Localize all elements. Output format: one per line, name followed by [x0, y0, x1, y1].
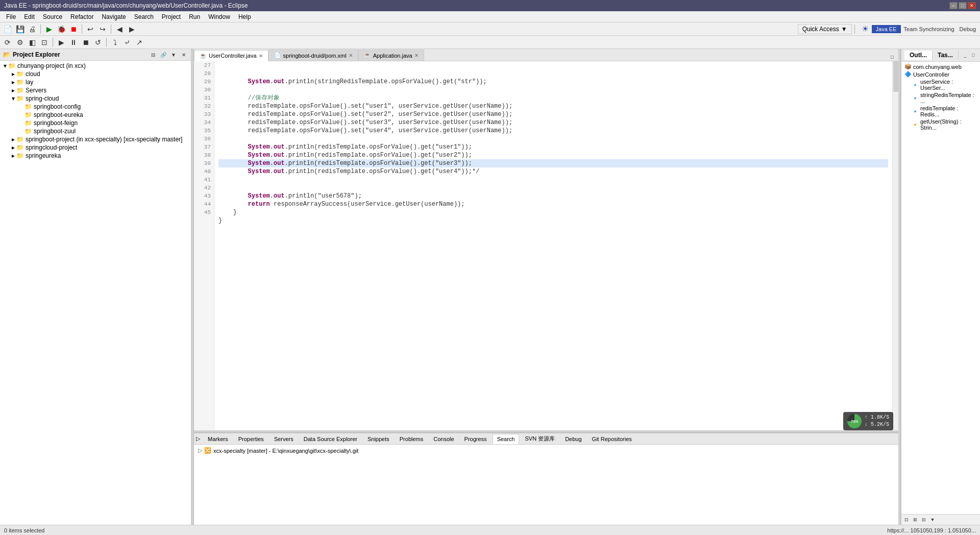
bottom-tab-markers[interactable]: Markers [203, 434, 233, 444]
tab-close-pom[interactable]: ✕ [349, 53, 353, 58]
team-sync-button[interactable]: Team Synchronizing [902, 23, 957, 35]
tab-application[interactable]: ☕ Application.java ✕ [358, 50, 424, 61]
search-result-item[interactable]: ▷🔀xcx-specialty [master] - E:\qinxuegang… [198, 447, 894, 454]
code-line[interactable] [218, 184, 888, 192]
tree-expand-icon[interactable]: ▾ [10, 95, 16, 102]
link-editor-button[interactable]: 🔗 [159, 51, 167, 59]
outline-item[interactable]: 📦com.chunyang.web [901, 63, 980, 70]
maximize-button[interactable]: □ [959, 2, 967, 9]
code-line[interactable]: redisTemplate.opsForValue().set("user3",… [218, 118, 888, 127]
code-line[interactable]: redisTemplate.opsForValue().set("user4",… [218, 127, 888, 135]
tree-item[interactable]: 📁springboot-config [0, 103, 191, 111]
code-line[interactable] [218, 86, 888, 94]
code-line[interactable]: } [218, 208, 888, 216]
java-ee-button[interactable]: Java EE [872, 25, 901, 33]
tree-item[interactable]: ▸📁springcloud-project [0, 143, 191, 152]
tb2-btn5[interactable]: ▶ [56, 37, 67, 48]
tree-expand-icon[interactable]: ▸ [10, 144, 16, 151]
tb2-btn3[interactable]: ◧ [27, 37, 38, 48]
menu-project[interactable]: Project [158, 12, 185, 21]
menu-file[interactable]: File [2, 12, 20, 21]
code-editor[interactable]: 27282930313233343536373839404142434445 S… [194, 61, 892, 430]
menu-search[interactable]: Search [130, 12, 158, 21]
menu-refactor[interactable]: Refactor [66, 12, 97, 21]
panel-close-button[interactable]: ✕ [180, 51, 188, 59]
bottom-tab-debug[interactable]: Debug [560, 434, 586, 444]
tree-item[interactable]: ▸📁lay [0, 78, 191, 86]
menu-edit[interactable]: Edit [20, 12, 39, 21]
tb2-btn7[interactable]: ⏹ [80, 37, 91, 48]
outline-item[interactable]: 🔸getUser(String) : Strin... [901, 118, 980, 131]
menu-run[interactable]: Run [185, 12, 204, 21]
outline-tb2[interactable]: ⊞ [911, 516, 919, 524]
right-tab-tasks[interactable]: Tas... [933, 51, 959, 60]
debug-perspective-button[interactable]: Debug [958, 23, 978, 35]
code-line[interactable]: } [218, 216, 888, 225]
run-button[interactable]: ▶ [43, 23, 55, 35]
tree-expand-icon[interactable]: ▸ [10, 152, 16, 159]
tb2-btn10[interactable]: ⤶ [121, 37, 133, 48]
bottom-tab-data-source-explorer[interactable]: Data Source Explorer [299, 434, 362, 444]
debug-button[interactable]: 🐞 [56, 23, 67, 35]
redo-button[interactable]: ↪ [97, 23, 108, 35]
bottom-tab-console[interactable]: Console [429, 434, 458, 444]
collapse-all-button[interactable]: ⊟ [149, 51, 157, 59]
tb2-btn8[interactable]: ↺ [92, 37, 104, 48]
tab-usercontroller[interactable]: ☕ UserController.java ✕ [194, 50, 268, 61]
outline-item[interactable]: 🔹userService : UserSer... [901, 78, 980, 91]
bottom-tab-git-repositories[interactable]: Git Repositories [587, 434, 636, 444]
outline-item[interactable]: 🔷UserController [901, 70, 980, 78]
scrollbar-thumb[interactable] [893, 61, 898, 92]
menu-help[interactable]: Help [234, 12, 255, 21]
tree-expand-icon[interactable]: ▸ [10, 79, 16, 86]
undo-button[interactable]: ↩ [85, 23, 96, 35]
search-result-expand[interactable]: ▷ [198, 447, 202, 454]
bottom-tab-servers[interactable]: Servers [270, 434, 298, 444]
perspective-icon[interactable]: ☀ [860, 23, 871, 35]
back-button[interactable]: ◀ [114, 23, 125, 35]
tree-item[interactable]: ▸📁springboot-project (in xcx-specialty) … [0, 135, 191, 143]
stop-button[interactable]: ⏹ [68, 23, 79, 35]
menu-window[interactable]: Window [204, 12, 234, 21]
right-panel-maximize[interactable]: □ [970, 52, 977, 59]
close-button[interactable]: ✕ [968, 2, 976, 9]
tb2-btn2[interactable]: ⚙ [14, 37, 26, 48]
code-line[interactable]: System.out.println(redisTemplate.opsForV… [218, 167, 888, 176]
outline-tb4[interactable]: ▼ [928, 516, 937, 524]
right-tab-outline[interactable]: Outl... [904, 51, 933, 60]
tb2-btn11[interactable]: ↗ [134, 37, 145, 48]
tree-item[interactable]: ▸📁springeureka [0, 152, 191, 160]
code-line[interactable]: //保存对象 [218, 94, 888, 102]
tree-item[interactable]: 📁springboot-eureka [0, 111, 191, 119]
tb2-btn4[interactable]: ⊡ [39, 37, 50, 48]
bottom-tab-svn-资源库[interactable]: SVN 资源库 [520, 434, 559, 444]
tree-item[interactable]: 📁springboot-zuul [0, 127, 191, 135]
code-editor-container[interactable]: 27282930313233343536373839404142434445 S… [194, 61, 898, 430]
bottom-tab-progress[interactable]: Progress [460, 434, 492, 444]
code-line[interactable]: redisTemplate.opsForValue().set("user1",… [218, 102, 888, 110]
code-line[interactable]: System.out.println(redisTemplate.opsForV… [218, 143, 888, 151]
tb2-btn9[interactable]: ⤵ [109, 37, 120, 48]
code-line[interactable]: return responseArraySuccess(userService.… [218, 200, 888, 208]
menu-source[interactable]: Source [39, 12, 66, 21]
menu-navigate[interactable]: Navigate [97, 12, 130, 21]
tree-item[interactable]: ▸📁cloud [0, 70, 191, 78]
editor-scrollbar[interactable] [892, 61, 898, 430]
forward-button[interactable]: ▶ [126, 23, 137, 35]
right-panel-minimize[interactable]: _ [962, 52, 969, 59]
code-line[interactable]: System.out.println(redisTemplate.opsForV… [218, 159, 888, 167]
bottom-tab-snippets[interactable]: Snippets [363, 434, 394, 444]
tree-item[interactable]: ▸📁Servers [0, 86, 191, 94]
outline-item[interactable]: 🔹redisTemplate : Redis... [901, 105, 980, 118]
tree-expand-icon[interactable]: ▸ [10, 70, 16, 78]
print-button[interactable]: 🖨 [27, 23, 38, 35]
outline-item[interactable]: 🔹stringRedisTemplate : ... [901, 91, 980, 105]
quick-access-button[interactable]: Quick Access ▼ [798, 24, 852, 34]
tb2-btn6[interactable]: ⏸ [68, 37, 79, 48]
code-line[interactable] [218, 176, 888, 184]
bottom-tab-problems[interactable]: Problems [395, 434, 428, 444]
outline-tb3[interactable]: ⊟ [920, 516, 928, 524]
bottom-tab-properties[interactable]: Properties [234, 434, 268, 444]
tree-item[interactable]: ▾📁spring-cloud [0, 94, 191, 103]
code-content[interactable]: System.out.println(stringRedisTemplate.o… [214, 61, 892, 430]
